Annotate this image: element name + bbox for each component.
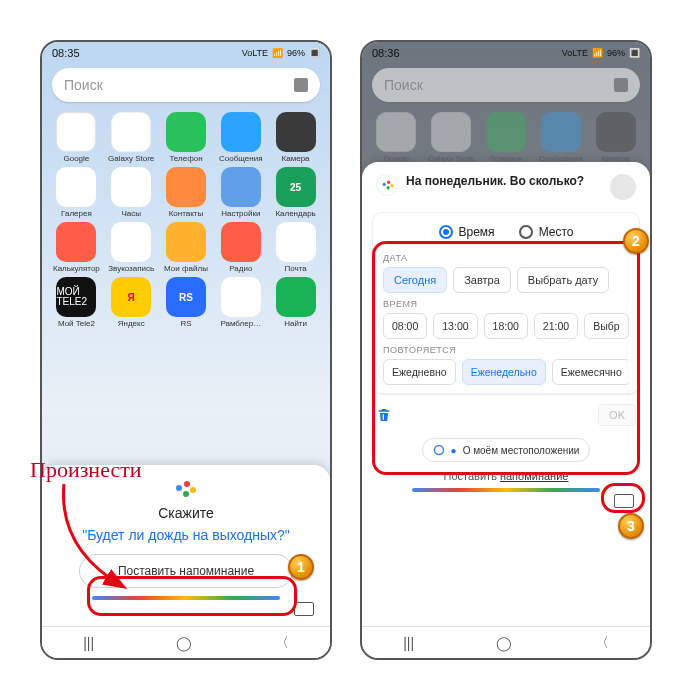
trash-icon[interactable]	[376, 407, 392, 423]
app-Сообщения[interactable]: Сообщения	[214, 112, 267, 163]
set-reminder-button[interactable]: Поставить напоминание	[79, 554, 293, 588]
search-bar[interactable]: Поиск	[372, 68, 640, 102]
nav-home[interactable]: ◯	[176, 635, 192, 651]
app-Настройки[interactable]: Настройки	[214, 167, 267, 218]
phone-left: 08:35 VoLTE📶96%🔳 Поиск GoogleGalaxy Stor…	[40, 40, 332, 660]
app-label: Часы	[121, 209, 141, 218]
chip-13:00[interactable]: 13:00	[433, 313, 477, 339]
assistant-panel: Скажите "Будет ли дождь на выходных?" По…	[42, 465, 330, 627]
app-label: Настройки	[221, 209, 260, 218]
date-chips: СегодняЗавтраВыбрать дату	[383, 267, 629, 293]
app-label: Калькулятор	[53, 264, 100, 273]
mic-icon[interactable]	[614, 78, 628, 92]
date-section-label: ДАТА	[383, 253, 629, 263]
app-Галерея[interactable]: Галерея	[50, 167, 103, 218]
app-label: Камера	[282, 154, 310, 163]
app-icon	[541, 112, 581, 152]
nav-recent[interactable]: |||	[403, 635, 414, 651]
app-Мои файлы[interactable]: Мои файлы	[160, 222, 213, 273]
assistant-example: "Будет ли дождь на выходных?"	[52, 527, 320, 545]
app-icon	[166, 167, 206, 207]
chip-Выбрать дату[interactable]: Выбрать дату	[517, 267, 609, 293]
app-Почта[interactable]: Почта	[269, 222, 322, 273]
app-Сообщения[interactable]: Сообщения	[534, 112, 587, 163]
app-label: Мои файлы	[164, 264, 208, 273]
home-grid: GoogleGalaxy StoreТелефонСообщенияКамера…	[42, 106, 330, 328]
app-icon	[376, 112, 416, 152]
app-Google[interactable]: Google	[50, 112, 103, 163]
app-label: Звукозапись	[108, 264, 154, 273]
chip-Еженедельно[interactable]: Еженедельно	[462, 359, 546, 385]
app-label: Телефон	[169, 154, 202, 163]
app-Galaxy Store[interactable]: Galaxy Store	[105, 112, 158, 163]
keyboard-icon[interactable]	[614, 494, 634, 508]
app-Звукозапись[interactable]: Звукозапись	[105, 222, 158, 273]
app-Камера[interactable]: Камера	[589, 112, 642, 163]
app-icon	[56, 112, 96, 152]
user-avatar[interactable]	[610, 174, 636, 200]
assistant-logo-icon	[376, 174, 398, 196]
chip-Завтра[interactable]: Завтра	[453, 267, 511, 293]
status-bar: 08:35 VoLTE📶96%🔳	[42, 42, 330, 64]
chip-18:00[interactable]: 18:00	[484, 313, 528, 339]
search-placeholder: Поиск	[64, 77, 103, 93]
app-icon	[276, 277, 316, 317]
mic-icon[interactable]	[294, 78, 308, 92]
reminder-panel: На понедельник. Во сколько? Время Место …	[362, 162, 650, 626]
app-Календарь[interactable]: 25Календарь	[269, 167, 322, 218]
svg-point-0	[434, 446, 443, 455]
app-Galaxy Store[interactable]: Galaxy Store	[425, 112, 478, 163]
app-icon	[166, 112, 206, 152]
app-icon	[486, 112, 526, 152]
status-bar: 08:36 VoLTE📶96%🔳	[362, 42, 650, 64]
chip-Ежедневно[interactable]: Ежедневно	[383, 359, 456, 385]
phone-right: 08:36 VoLTE📶96%🔳 Поиск GoogleGalaxy Stor…	[360, 40, 652, 660]
tab-time[interactable]: Время	[439, 225, 495, 239]
app-Яндекс[interactable]: ЯЯндекс	[105, 277, 158, 328]
suggestion-pill[interactable]: ● О моём местоположении	[422, 438, 591, 462]
annotation-say: Произнести	[30, 457, 142, 483]
app-icon	[221, 277, 261, 317]
chip-08:00[interactable]: 08:00	[383, 313, 427, 339]
app-Google[interactable]: Google	[370, 112, 423, 163]
app-icon	[56, 167, 96, 207]
app-Радио[interactable]: Радио	[214, 222, 267, 273]
app-Часы[interactable]: Часы	[105, 167, 158, 218]
app-RS[interactable]: RSRS	[160, 277, 213, 328]
search-bar[interactable]: Поиск	[52, 68, 320, 102]
status-time: 08:36	[372, 47, 400, 59]
chip-Ежемесячно[interactable]: Ежемесячно	[552, 359, 629, 385]
reminder-header: На понедельник. Во сколько?	[372, 172, 640, 206]
nav-back[interactable]: 〈	[595, 634, 609, 652]
status-time: 08:35	[52, 47, 80, 59]
app-Телефон[interactable]: Телефон	[480, 112, 533, 163]
app-label: Сообщения	[219, 154, 262, 163]
app-Телефон[interactable]: Телефон	[160, 112, 213, 163]
chip-Сегодня[interactable]: Сегодня	[383, 267, 447, 293]
keyboard-icon[interactable]	[294, 602, 314, 616]
home-grid-dimmed: GoogleGalaxy StoreТелефонСообщенияКамера…	[362, 106, 650, 163]
time-chips: 08:0013:0018:0021:00Выбр	[383, 313, 629, 339]
app-Камера[interactable]: Камера	[269, 112, 322, 163]
app-label: Контакты	[169, 209, 204, 218]
app-Рамблер…[interactable]: Рамблер…	[214, 277, 267, 328]
suggestion-row: ● О моём местоположении	[372, 438, 640, 462]
nav-back[interactable]: 〈	[275, 634, 289, 652]
app-label: Яндекс	[118, 319, 145, 328]
chip-21:00[interactable]: 21:00	[534, 313, 578, 339]
app-icon	[221, 222, 261, 262]
time-section-label: ВРЕМЯ	[383, 299, 629, 309]
chip-Выбр[interactable]: Выбр	[584, 313, 628, 339]
tab-place[interactable]: Место	[519, 225, 574, 239]
nav-home[interactable]: ◯	[496, 635, 512, 651]
app-Найти[interactable]: Найти	[269, 277, 322, 328]
app-Калькулятор[interactable]: Калькулятор	[50, 222, 103, 273]
reminder-link-row[interactable]: Поставить напоминание	[372, 470, 640, 482]
nav-recent[interactable]: |||	[83, 635, 94, 651]
app-Мой Tele2[interactable]: МОЙ TELE2Мой Tele2	[50, 277, 103, 328]
app-Контакты[interactable]: Контакты	[160, 167, 213, 218]
nav-bar: ||| ◯ 〈	[42, 626, 330, 658]
app-icon	[431, 112, 471, 152]
ok-button[interactable]: OK	[598, 404, 636, 426]
app-label: Галерея	[61, 209, 92, 218]
